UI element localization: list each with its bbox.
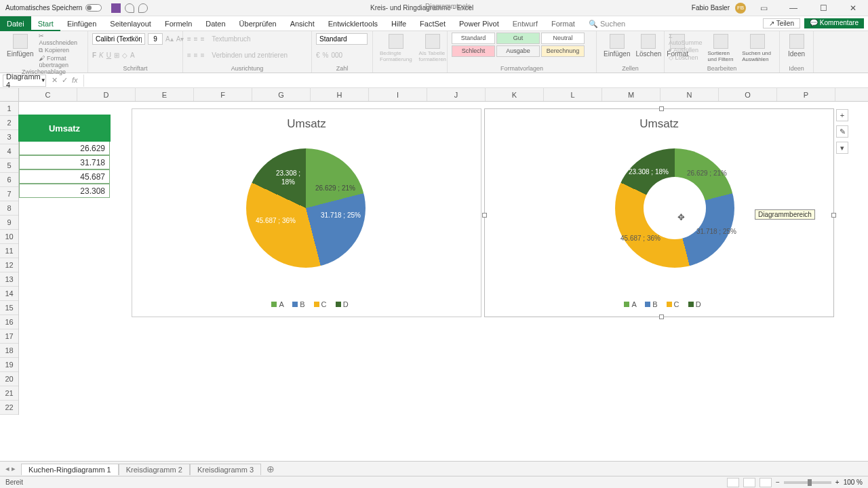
cell-c6[interactable]: 23.308 xyxy=(19,184,110,198)
row-header[interactable]: 14 xyxy=(0,287,18,301)
fill-button[interactable]: ▾ Ausfüllen xyxy=(669,47,703,54)
row-header[interactable]: 20 xyxy=(0,372,18,386)
view-pagebreak-icon[interactable] xyxy=(760,478,772,487)
font-color-icon[interactable]: A xyxy=(130,52,135,59)
cut-button[interactable]: ✂ Ausschneiden xyxy=(39,33,83,46)
pie-plot[interactable] xyxy=(246,148,366,268)
format-painter-button[interactable]: 🖌 Format übertragen xyxy=(39,55,83,68)
col-header[interactable]: G xyxy=(252,88,311,101)
cell-c4[interactable]: 31.718 xyxy=(19,155,110,169)
align-mid-icon[interactable]: ≡ xyxy=(194,35,198,43)
conditional-format-button[interactable]: Bedingte Formatierung xyxy=(377,33,415,64)
cells-delete-button[interactable]: Löschen xyxy=(633,33,664,59)
tab-view[interactable]: Ansicht xyxy=(283,16,321,31)
worksheet-grid[interactable]: CDEFGHIJKLMNOP 1234567891011121314151617… xyxy=(0,88,868,460)
sheet-tab-2[interactable]: Kreisdiagramm 2 xyxy=(119,464,190,475)
row-header[interactable]: 3 xyxy=(0,130,18,144)
cell-umsatz-header[interactable]: Umsatz xyxy=(19,115,110,141)
tab-insert[interactable]: Einfügen xyxy=(60,16,103,31)
resize-handle-s[interactable] xyxy=(659,314,664,319)
view-normal-icon[interactable] xyxy=(727,478,739,487)
chart-legend[interactable]: A B C D xyxy=(132,300,481,308)
tab-developer[interactable]: Entwicklertools xyxy=(321,16,384,31)
chart-styles-button[interactable]: ✎ xyxy=(836,125,848,138)
share-button[interactable]: ↗ Teilen xyxy=(763,18,800,28)
sort-filter-button[interactable]: Sortieren und Filtern xyxy=(705,33,737,64)
currency-icon[interactable]: € xyxy=(316,52,320,59)
tab-design[interactable]: Entwurf xyxy=(506,16,545,31)
align-center-icon[interactable]: ≡ xyxy=(194,52,198,59)
row-header[interactable]: 16 xyxy=(0,315,18,329)
chart-title[interactable]: Umsatz xyxy=(132,109,481,131)
tab-pagelayout[interactable]: Seitenlayout xyxy=(103,16,158,31)
align-bot-icon[interactable]: ≡ xyxy=(201,35,205,43)
row-header[interactable]: 5 xyxy=(0,159,18,173)
redo-icon[interactable] xyxy=(138,3,148,13)
row-header[interactable]: 17 xyxy=(0,329,18,344)
comma-icon[interactable]: 000 xyxy=(331,52,342,59)
tab-file[interactable]: Datei xyxy=(0,16,31,31)
user-badge[interactable]: FB xyxy=(735,3,746,14)
col-header[interactable]: M xyxy=(602,88,660,101)
sheet-tab-1[interactable]: Kuchen-Ringdiagramm 1 xyxy=(21,464,119,475)
paste-button[interactable]: Einfügen xyxy=(4,33,36,68)
fx-cancel-icon[interactable]: ✕ xyxy=(52,76,58,85)
close-icon[interactable]: ✕ xyxy=(841,1,865,15)
row-header[interactable]: 2 xyxy=(0,116,18,130)
fill-color-icon[interactable]: ◇ xyxy=(122,52,127,59)
style-berechnung[interactable]: Berechnung xyxy=(541,45,585,57)
resize-handle-n[interactable] xyxy=(659,106,664,111)
col-header[interactable]: P xyxy=(777,88,835,101)
border-icon[interactable]: ⊞ xyxy=(114,52,119,59)
col-header[interactable]: C xyxy=(19,88,77,101)
ideas-button[interactable]: Ideen xyxy=(784,33,809,59)
chart-elements-button[interactable]: + xyxy=(836,109,848,121)
row-header[interactable]: 8 xyxy=(0,201,18,216)
italic-icon[interactable]: K xyxy=(99,52,104,59)
tab-help[interactable]: Hilfe xyxy=(384,16,413,31)
number-format-box[interactable] xyxy=(316,33,368,45)
maximize-icon[interactable]: ☐ xyxy=(811,1,835,15)
chevron-down-icon[interactable]: ▼ xyxy=(41,77,46,83)
cell-c3[interactable]: 26.629 xyxy=(19,141,110,155)
col-header[interactable]: N xyxy=(660,88,719,101)
search-box[interactable]: 🔍 Suchen xyxy=(582,16,632,31)
zoom-level[interactable]: 100 % xyxy=(844,479,863,486)
fx-icon[interactable]: fx xyxy=(72,76,78,85)
col-header[interactable]: E xyxy=(136,88,194,101)
col-header[interactable]: K xyxy=(486,88,544,101)
row-header[interactable]: 19 xyxy=(0,358,18,372)
chart-doughnut[interactable]: + ✎ ▾ Umsatz 26.629 ; 21% 31.718 ; 25% 4… xyxy=(484,108,834,317)
add-sheet-button[interactable]: ⊕ xyxy=(261,464,280,474)
style-neutral[interactable]: Neutral xyxy=(541,33,585,44)
autosave[interactable]: Automatisches Speichern xyxy=(0,4,107,12)
undo-icon[interactable] xyxy=(125,3,134,13)
row-header[interactable]: 18 xyxy=(0,344,18,358)
col-header[interactable]: O xyxy=(719,88,777,101)
tab-powerpivot[interactable]: Power Pivot xyxy=(452,16,506,31)
style-gut[interactable]: Gut xyxy=(496,33,540,44)
tab-formulas[interactable]: Formeln xyxy=(158,16,199,31)
row-header[interactable]: 22 xyxy=(0,401,18,415)
save-icon[interactable] xyxy=(111,3,121,13)
percent-icon[interactable]: % xyxy=(323,52,329,59)
tab-data[interactable]: Daten xyxy=(199,16,232,31)
col-header[interactable]: I xyxy=(369,88,427,101)
view-pagelayout-icon[interactable] xyxy=(743,478,755,487)
row-header[interactable]: 15 xyxy=(0,301,18,315)
tab-home[interactable]: Start xyxy=(31,16,60,31)
zoom-slider[interactable] xyxy=(784,481,831,484)
cells-insert-button[interactable]: Einfügen xyxy=(601,33,633,59)
row-header[interactable]: 7 xyxy=(0,187,18,201)
comments-button[interactable]: 💬 Kommentare xyxy=(804,18,864,28)
merge-button[interactable]: Verbinden und zentrieren xyxy=(212,52,288,59)
zoom-in-icon[interactable]: + xyxy=(835,479,840,486)
resize-handle-e[interactable] xyxy=(831,213,836,218)
style-schlecht[interactable]: Schlecht xyxy=(452,45,495,57)
row-header[interactable]: 4 xyxy=(0,144,18,159)
underline-icon[interactable]: U xyxy=(106,52,111,59)
col-header[interactable]: D xyxy=(77,88,136,101)
col-header[interactable]: F xyxy=(194,88,252,101)
chart-legend[interactable]: A B C D xyxy=(485,300,833,308)
ribbon-options-icon[interactable]: ▭ xyxy=(751,1,776,15)
